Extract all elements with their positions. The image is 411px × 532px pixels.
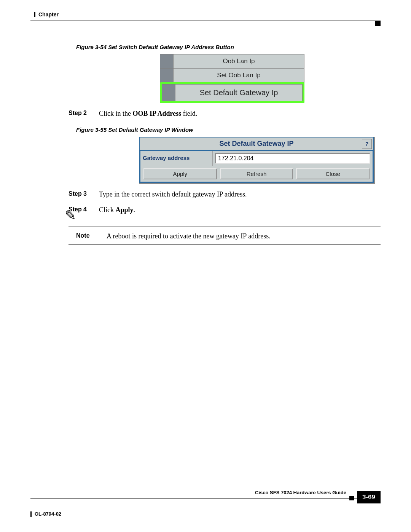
step-2: Step 2 Click in the OOB IP Address field…: [68, 109, 381, 119]
note-block: ✎ Note A reboot is required to activate …: [68, 227, 381, 244]
set-default-gateway-dialog: Set Default Gateway IP ? Gateway address…: [139, 137, 375, 184]
dialog-title: Set Default Gateway IP ?: [139, 137, 374, 151]
step-4: Step 4 Click Apply.: [68, 205, 381, 215]
gateway-address-cell: [213, 151, 373, 166]
set-default-gateway-ip-label: Set Default Gateway Ip: [175, 85, 302, 101]
step-4-post: .: [134, 206, 135, 214]
footer-docid: OL-8794-02: [35, 511, 61, 517]
set-default-gateway-ip-button[interactable]: Set Default Gateway Ip: [162, 84, 303, 101]
gateway-address-label: Gateway address: [140, 151, 213, 166]
note-label: Note: [76, 232, 99, 239]
dialog-buttons: Apply Refresh Close: [139, 166, 374, 183]
highlight-box: Set Default Gateway Ip: [160, 82, 304, 103]
set-oob-lan-ip-label: Set Oob Lan Ip: [174, 69, 304, 82]
gateway-address-input[interactable]: [215, 153, 370, 164]
help-button[interactable]: ?: [362, 139, 372, 149]
oob-lan-ip-button[interactable]: Oob Lan Ip: [160, 54, 304, 69]
page-footer: Cisco SFS 7024 Hardware Users Guide 3-69…: [30, 494, 381, 517]
button-handle-icon: [160, 54, 174, 68]
dialog-body: Gateway address: [139, 151, 374, 166]
button-handle-icon: [160, 69, 174, 82]
step-2-bold: OOB IP Address: [133, 110, 182, 117]
close-button[interactable]: Close: [296, 168, 370, 179]
apply-button[interactable]: Apply: [143, 168, 217, 179]
step-4-bold: Apply: [116, 206, 134, 214]
set-oob-lan-ip-button[interactable]: Set Oob Lan Ip: [160, 68, 304, 83]
footer-rule: [30, 498, 381, 498]
oob-lan-ip-label: Oob Lan Ip: [174, 54, 304, 68]
step-2-label: Step 2: [68, 109, 99, 119]
figure-54-caption: Figure 3-54 Set Switch Default Gateway I…: [76, 44, 381, 50]
footer-guide-title: Cisco SFS 7024 Hardware Users Guide: [255, 490, 346, 495]
step-2-pre: Click in the: [99, 110, 133, 117]
step-2-post: field.: [181, 110, 197, 117]
step-3-label: Step 3: [68, 189, 99, 200]
dialog-title-text: Set Default Gateway IP: [219, 140, 293, 147]
header-tick-icon: [34, 12, 35, 17]
step-3-text: Type in the correct switch default gatew…: [99, 189, 381, 200]
page-number: 3-69: [357, 491, 381, 503]
step-2-text: Click in the OOB IP Address field.: [99, 109, 381, 119]
note-text: A reboot is required to activate the new…: [107, 232, 381, 240]
header-corner-icon: [375, 21, 381, 26]
figure-54-panel: Oob Lan Ip Set Oob Lan Ip Set Default Ga…: [160, 54, 304, 103]
step-4-text: Click Apply.: [99, 205, 381, 215]
step-4-pre: Click: [99, 206, 116, 214]
footer-tick-icon: [30, 511, 32, 517]
button-handle-icon: [162, 85, 175, 101]
chapter-label: Chapter: [38, 11, 59, 18]
page-header: Chapter: [34, 11, 381, 18]
header-rule: [30, 21, 381, 21]
refresh-button[interactable]: Refresh: [220, 168, 293, 179]
step-3: Step 3 Type in the correct switch defaul…: [68, 189, 381, 200]
figure-55-caption: Figure 3-55 Set Default Gateway IP Windo…: [76, 126, 381, 133]
help-icon: ?: [365, 141, 369, 147]
